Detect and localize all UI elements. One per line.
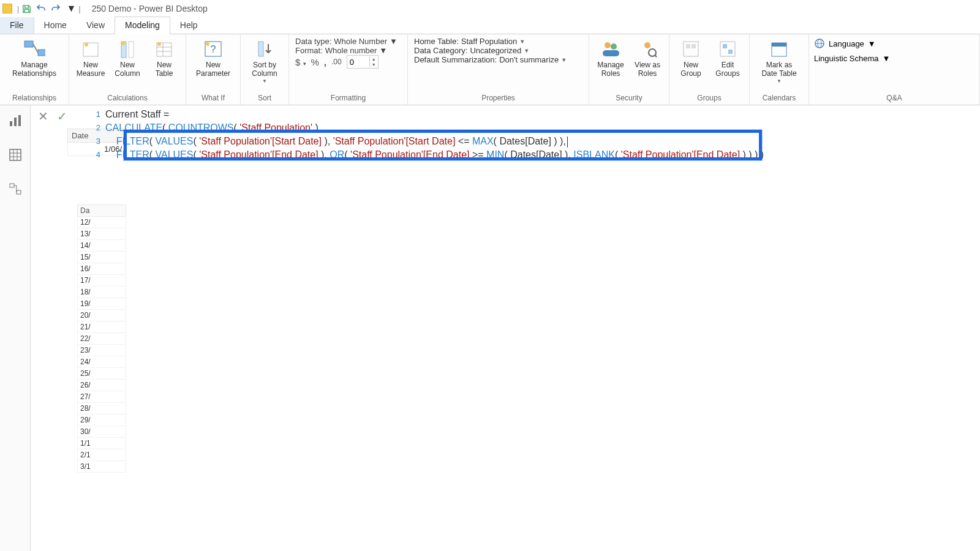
measure-icon (80, 38, 102, 60)
svg-rect-18 (603, 50, 619, 56)
svg-rect-41 (10, 184, 14, 187)
separator: | (17, 4, 19, 13)
svg-point-14 (206, 42, 209, 46)
column-header: Da (77, 204, 126, 217)
value: Don't summarize (499, 55, 559, 64)
data-category-dropdown[interactable]: Data Category: Uncategorized ▼ (414, 46, 582, 55)
titlebar: | ▼ | 250 Demo - Power BI Desktop (0, 0, 980, 17)
cell: 13/ (77, 228, 126, 240)
group-label: Groups (674, 94, 744, 103)
label: Home Table: (414, 37, 459, 46)
svg-text:?: ? (211, 44, 216, 54)
formula-editor[interactable]: 1Current Staff = 2 CALCULATE( COUNTROWS(… (94, 105, 980, 164)
home-table-dropdown[interactable]: Home Table: Staff Population ▼ (414, 37, 582, 46)
new-measure-button[interactable]: New Measure (74, 37, 107, 78)
manage-relationships-button[interactable]: Manage Relationships (5, 37, 64, 78)
tab-home[interactable]: Home (34, 17, 77, 34)
tab-file[interactable]: File (0, 17, 34, 34)
manage-roles-button[interactable]: Manage Roles (594, 37, 627, 78)
parameter-icon: ? (202, 38, 224, 60)
new-group-button[interactable]: New Group (674, 37, 707, 78)
main-panel: Date 1/06/ ✕ ✓ 1Current Staff = 2 CALCUL… (31, 105, 980, 551)
label: New Column (115, 61, 140, 78)
group-whatif: ? New Parameter What If (186, 34, 241, 105)
sort-by-column-button[interactable]: Sort by Column ▼ (246, 37, 284, 84)
svg-line-21 (655, 55, 657, 57)
edit-groups-icon (717, 38, 739, 60)
group-formatting: Data type: Whole Number ▼ Format: Whole … (289, 34, 408, 105)
cell: 3/1 (77, 461, 126, 473)
value: Whole number (325, 46, 377, 55)
linguistic-schema-dropdown[interactable]: Linguistic Schema ▼ (814, 54, 974, 63)
label: Sort by Column (252, 61, 277, 78)
cancel-formula-button[interactable]: ✕ (38, 109, 48, 124)
cell: 26/ (77, 380, 126, 391)
data-view-button[interactable] (7, 147, 23, 163)
format-dropdown[interactable]: Format: Whole number ▼ (295, 46, 401, 55)
menu-bar: File Home View Modeling Help (0, 17, 980, 34)
new-parameter-button[interactable]: ? New Parameter (191, 37, 235, 78)
edit-groups-button[interactable]: Edit Groups (711, 37, 744, 78)
spin-up[interactable]: ▲ (370, 56, 378, 62)
group-label: Relationships (5, 94, 64, 103)
new-column-button[interactable]: New Column (111, 37, 144, 78)
label: Mark as Date Table (761, 61, 796, 78)
app-icon (2, 4, 12, 13)
column-icon (116, 38, 138, 60)
group-qa: Language ▼ Linguistic Schema ▼ Q&A (809, 34, 980, 105)
label: Manage Relationships (12, 61, 56, 78)
cell: 14/ (77, 240, 126, 252)
chevron-down-icon: ▼ (390, 37, 398, 46)
cell: 18/ (77, 287, 126, 298)
spin-down[interactable]: ▼ (370, 62, 378, 67)
separator: | (78, 4, 80, 13)
currency-button[interactable]: $ ▾ (295, 57, 306, 67)
qat-dropdown-icon[interactable]: ▼ (66, 3, 76, 14)
report-view-button[interactable] (7, 113, 23, 129)
tab-help[interactable]: Help (170, 17, 208, 34)
svg-rect-22 (684, 42, 698, 56)
group-label: Properties (414, 94, 582, 103)
cell: 19/ (77, 298, 126, 310)
label: New Measure (77, 61, 105, 78)
save-icon[interactable] (21, 4, 32, 14)
commit-formula-button[interactable]: ✓ (57, 109, 67, 124)
window-title: 250 Demo - Power BI Desktop (92, 4, 208, 13)
percent-button[interactable]: % (311, 57, 319, 67)
sort-icon (254, 38, 276, 60)
mark-as-date-table-button[interactable]: Mark as Date Table ▼ (755, 37, 804, 84)
tab-modeling[interactable]: Modeling (115, 17, 170, 34)
thousands-button[interactable]: , (324, 57, 326, 67)
formula-bar: ✕ ✓ 1Current Staff = 2 CALCULATE( COUNTR… (31, 105, 980, 164)
undo-icon[interactable] (36, 3, 47, 14)
group-label: Formatting (295, 94, 401, 103)
language-dropdown[interactable]: Language ▼ (814, 38, 974, 49)
redo-icon[interactable] (50, 3, 61, 14)
svg-rect-1 (38, 50, 45, 56)
tab-view[interactable]: View (77, 17, 115, 34)
label: Default Summarization: (414, 55, 497, 64)
group-label: Sort (246, 94, 284, 103)
svg-rect-35 (18, 115, 21, 126)
model-view-button[interactable] (7, 181, 23, 197)
roles-icon (600, 38, 622, 60)
cell: 15/ (77, 252, 126, 263)
code-line: FILTER( VALUES( 'Staff Population'[End D… (105, 148, 764, 162)
default-summarization-dropdown[interactable]: Default Summarization: Don't summarize ▼ (414, 55, 582, 64)
label: View as Roles (635, 61, 660, 78)
value: Uncategorized (470, 46, 521, 55)
group-label: Security (594, 94, 664, 103)
svg-rect-24 (692, 44, 696, 48)
text-cursor (567, 137, 568, 148)
data-type-dropdown[interactable]: Data type: Whole Number ▼ (295, 37, 401, 46)
new-table-button[interactable]: New Table (148, 37, 181, 78)
chevron-down-icon: ▼ (519, 39, 525, 45)
group-calculations: New Measure New Column New Table Calcula… (69, 34, 186, 105)
decimals-input[interactable] (347, 58, 369, 67)
decimals-stepper[interactable]: ▲▼ (347, 55, 379, 69)
svg-rect-34 (14, 118, 17, 126)
view-as-roles-button[interactable]: View as Roles (631, 37, 664, 78)
group-label: Calculations (74, 94, 181, 103)
cell: 1/1 (77, 438, 126, 449)
chevron-down-icon: ▼ (262, 78, 267, 84)
